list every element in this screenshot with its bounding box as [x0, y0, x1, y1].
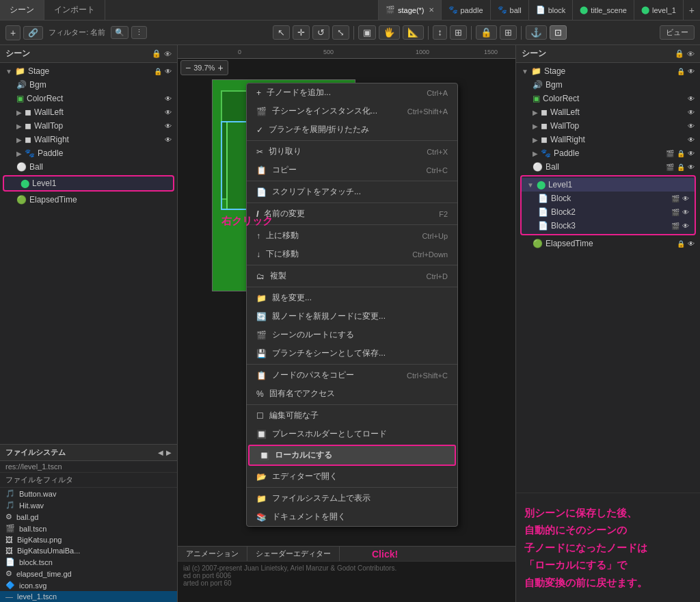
right-tree-walltop[interactable]: ▶ ◼ WallTop 👁 [516, 119, 700, 133]
link-button[interactable]: 🔗 [23, 26, 43, 40]
tool6[interactable]: 🖐 [379, 25, 400, 40]
right-lock-btn[interactable]: 🔒 [675, 49, 684, 58]
menu-item-editable-children[interactable]: ☐ 編集可能な子 [247, 406, 457, 425]
right-tree-colorrect[interactable]: ▣ ColorRect 👁 [516, 92, 700, 105]
tool8[interactable]: ↕ [433, 25, 447, 40]
tool7[interactable]: 📐 [403, 25, 424, 40]
file-item-elapsedgd[interactable]: ⚙ elapsed_time.gd [0, 568, 177, 579]
tree-item-ball[interactable]: ⚪ Ball [0, 160, 177, 174]
menu-item-make-root[interactable]: 🎬 シーンのルートにする [247, 326, 457, 344]
menu-separator-7 [247, 364, 457, 365]
editor-tab-new[interactable]: + [684, 0, 700, 20]
file-item-hitwav[interactable]: 🎵 Hit.wav [0, 499, 177, 511]
scene-eye-btn[interactable]: 👁 [164, 49, 172, 58]
anchor-btn[interactable]: ⚓ [526, 25, 547, 40]
file-item-iconsvg[interactable]: 🔷 icon.svg [0, 579, 177, 591]
select-tool[interactable]: ↖ [273, 25, 290, 40]
fs-nav-back[interactable]: ◀ [158, 449, 163, 456]
right-tree-wallleft[interactable]: ▶ ◼ WallLeft 👁 [516, 105, 700, 119]
file-item-level1tscn[interactable]: ― level_1.tscn [0, 591, 177, 602]
right-tree-bgm[interactable]: 🔊 Bgm [516, 78, 700, 92]
file-item-bigkatsuumai[interactable]: 🖼 BigKatsuUmaiBa... [0, 545, 177, 556]
filter-btn[interactable]: 🔍 [111, 26, 129, 39]
close-icon[interactable]: ✕ [429, 6, 434, 14]
editor-tab-title[interactable]: ⬤ title_scene [573, 0, 634, 20]
view-button[interactable]: ビュー [660, 25, 695, 40]
menu-item-move-down[interactable]: ↓ 下に移動 Ctrl+Down [247, 245, 457, 263]
right-tree-block2[interactable]: 📄 Block2 🎬 👁 [522, 205, 695, 219]
file-item-ballgd[interactable]: ⚙ ball.gd [0, 511, 177, 523]
tab-import[interactable]: インポート [44, 0, 105, 20]
fs-nav-fwd[interactable]: ▶ [166, 449, 172, 456]
move-tool[interactable]: ✛ [293, 25, 310, 40]
tree-item-stage[interactable]: ▼ 📁 Stage 🔒 👁 [0, 64, 177, 78]
menu-item-reparent-new[interactable]: 🔄 親ノードを新規ノードに変更... [247, 307, 457, 326]
tab-scene[interactable]: シーン [0, 0, 44, 20]
zoom-out-btn[interactable]: − [185, 62, 191, 73]
editor-tab-paddle[interactable]: 🐾 paddle [442, 0, 491, 20]
menu-item-expand[interactable]: ✓ ブランチを展開/折りたたみ [247, 120, 457, 139]
tree-item-paddle[interactable]: ▶ 🐾 Paddle [0, 146, 177, 160]
editor-tab-stage[interactable]: 🎬 stage(*) ✕ [378, 0, 442, 20]
tree-item-colorrect[interactable]: ▣ ColorRect 👁 [0, 92, 177, 105]
add-node-button[interactable]: + [5, 25, 21, 40]
scene-lock-btn[interactable]: 🔒 [152, 49, 161, 58]
editor-tab-level1[interactable]: ⬤ level_1 [634, 0, 684, 20]
menu-item-unique-name[interactable]: % 固有名でアクセス [247, 384, 457, 403]
menu-label: ブランチを展開/折りたたみ [269, 124, 369, 135]
filter-options-btn[interactable]: ⋮ [131, 26, 147, 39]
right-eye-btn[interactable]: 👁 [687, 49, 695, 58]
scene-panel-header: シーン 🔒 👁 [0, 45, 177, 63]
menu-item-show-in-filesystem[interactable]: 📁 ファイルシステム上で表示 [247, 489, 457, 508]
right-tree-block[interactable]: 📄 Block 🎬 👁 [522, 192, 695, 205]
menu-item-duplicate[interactable]: 🗂 複製 Ctrl+D [247, 267, 457, 285]
tool5[interactable]: ▣ [358, 25, 376, 40]
menu-item-move-up[interactable]: ↑ 上に移動 Ctrl+Up [247, 226, 457, 245]
menu-item-placeholder[interactable]: 🔲 プレースホルダーとしてロード [247, 425, 457, 443]
grid-btn[interactable]: ⊞ [500, 25, 517, 40]
menu-item-open-editor[interactable]: 📂 エディターで開く [247, 467, 457, 486]
file-item-buttonwav[interactable]: 🎵 Button.wav [0, 488, 177, 499]
menu-item-add-child[interactable]: + 子ノードを追加... Ctrl+A [247, 83, 457, 102]
file-item-bigkatsu[interactable]: 🖼 BigKatsu.png [0, 534, 177, 545]
menu-item-reparent[interactable]: 📁 親を変更... [247, 289, 457, 307]
right-tree-wallright[interactable]: ▶ ◼ WallRight 👁 [516, 133, 700, 146]
menu-item-instance[interactable]: 🎬 子シーンをインスタンス化... Ctrl+Shift+A [247, 102, 457, 120]
tool9[interactable]: ⊞ [450, 25, 467, 40]
snap-btn[interactable]: ⊡ [550, 25, 567, 40]
menu-item-rename[interactable]: I 名前の変更 F2 [247, 205, 457, 223]
editor-tab-ball[interactable]: 🐾 ball [491, 0, 529, 20]
menu-item-cut[interactable]: ✂ 切り取り Ctrl+X [247, 142, 457, 161]
tree-item-wallleft[interactable]: ▶ ◼ WallLeft 👁 [0, 105, 177, 119]
right-tree-stage[interactable]: ▼ 📁 Stage 🔒 👁 [516, 64, 700, 78]
tree-label-stage: Stage [28, 66, 151, 76]
tree-item-elapsedtime[interactable]: 🟢 ElapsedTime [0, 193, 177, 207]
tree-item-bgm[interactable]: 🔊 Bgm [0, 78, 177, 92]
menu-item-open-docs[interactable]: 📚 ドキュメントを開く [247, 508, 457, 526]
menu-item-make-local[interactable]: 🔲 ローカルにする [248, 445, 456, 466]
tree-item-level1[interactable]: ⬤ Level1 [3, 175, 174, 192]
scale-tool[interactable]: ⤡ [332, 25, 349, 40]
right-tree-paddle[interactable]: ▶ 🐾 Paddle 🎬 🔒 👁 [516, 146, 700, 160]
bottom-tab-shader[interactable]: シェーダーエディター [247, 547, 340, 561]
editor-tab-block[interactable]: 📄 block [529, 0, 574, 20]
menu-item-attach-script[interactable]: 📄 スクリプトをアタッチ... [247, 183, 457, 201]
menu-item-copy-path[interactable]: 📋 ノードのパスをコピー Ctrl+Shift+C [247, 366, 457, 384]
right-tree-elapsedtime[interactable]: 🟢 ElapsedTime 🔒 👁 [516, 237, 700, 250]
tree-label-bgm: Bgm [29, 80, 172, 90]
tree-item-wallright[interactable]: ▶ ◼ WallRight 👁 [0, 133, 177, 146]
file-item-blocktscn[interactable]: 📄 block.tscn [0, 556, 177, 568]
tree-item-walltop[interactable]: ▶ ◼ WallTop 👁 [0, 119, 177, 133]
menu-item-save-branch[interactable]: 💾 ブランチをシーンとして保存... [247, 344, 457, 363]
right-tree-block3[interactable]: 📄 Block3 🎬 👁 [522, 219, 695, 233]
menu-item-copy[interactable]: 📋 コピー Ctrl+C [247, 161, 457, 179]
zoom-in-btn[interactable]: + [217, 62, 223, 73]
rotate-tool[interactable]: ↺ [312, 25, 329, 40]
menu-label: 複製 [270, 270, 286, 282]
filter-label: フィルター: 名前 [46, 27, 108, 38]
file-item-balltscn[interactable]: 🎬 ball.tscn [0, 523, 177, 534]
lock-btn[interactable]: 🔒 [476, 25, 497, 40]
right-tree-level1[interactable]: ▼ ⬤ Level1 [522, 178, 695, 192]
bottom-tab-animation[interactable]: アニメーション [178, 547, 247, 561]
right-tree-ball[interactable]: ⚪ Ball 🎬 🔒 👁 [516, 160, 700, 174]
